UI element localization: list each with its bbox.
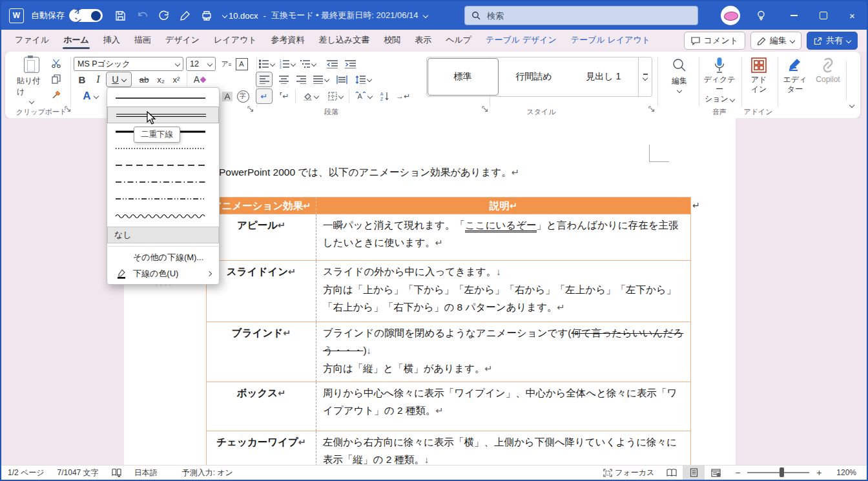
- share-button[interactable]: 共有: [807, 32, 858, 50]
- menu-resize-grip[interactable]: [107, 281, 219, 286]
- style-no-spacing[interactable]: 行間詰め: [499, 57, 569, 96]
- table-row[interactable]: アピール↵ 一瞬パッと消えて現れます。「ここにいるぞー」と言わんばかりに存在を主…: [207, 214, 690, 260]
- font-name-combo[interactable]: MS Pゴシック: [74, 57, 183, 71]
- zoom-slider-thumb[interactable]: [780, 467, 784, 477]
- underline-option-double[interactable]: [107, 107, 219, 123]
- editing-mode-button[interactable]: 編集: [750, 32, 801, 50]
- comments-button[interactable]: コメント: [684, 32, 745, 50]
- addins-button[interactable]: アド イン: [744, 56, 774, 94]
- avatar[interactable]: [721, 6, 740, 25]
- editing-menu-button[interactable]: 編集: [663, 56, 696, 92]
- multilevel-list-button[interactable]: [300, 57, 316, 70]
- table-row[interactable]: スライドイン↵ スライドの外から中に入ってきます。↓方向は「上から」「下から」「…: [207, 260, 690, 322]
- print-preview-icon[interactable]: [201, 10, 212, 21]
- justify-button[interactable]: [311, 72, 331, 87]
- zoom-out-icon[interactable]: −: [733, 467, 742, 478]
- close-button[interactable]: ×: [838, 1, 867, 30]
- tab-insert[interactable]: 挿入: [96, 30, 127, 51]
- underline-option-dashed[interactable]: [107, 157, 219, 174]
- clear-formatting-button[interactable]: A: [191, 72, 208, 87]
- align-left-button[interactable]: [256, 72, 273, 87]
- proofing-status[interactable]: [105, 466, 128, 480]
- autosave-control[interactable]: 自動保存 オン: [31, 1, 103, 30]
- paste-button[interactable]: 貼り付け: [17, 56, 46, 103]
- tab-home[interactable]: ホーム: [56, 30, 96, 51]
- text-effects-button[interactable]: A: [78, 88, 103, 104]
- language-status[interactable]: 日本語: [128, 466, 164, 480]
- kumihan-button[interactable]: ⸢↵: [276, 88, 292, 104]
- strikethrough-button[interactable]: ab: [136, 72, 152, 87]
- save-icon[interactable]: [115, 10, 126, 21]
- sort-button[interactable]: AZ: [377, 88, 393, 104]
- line-spacing-button[interactable]: [353, 72, 373, 87]
- minimize-button[interactable]: [780, 1, 809, 30]
- tab-file[interactable]: ファイル: [8, 30, 56, 51]
- qat-more-icon[interactable]: [222, 13, 227, 18]
- zoom-level[interactable]: 120%: [830, 466, 867, 480]
- decrease-indent-button[interactable]: [324, 57, 340, 70]
- enclose-characters-button[interactable]: 字: [236, 89, 250, 103]
- word-app-icon[interactable]: W: [9, 1, 24, 30]
- borders-button[interactable]: [324, 88, 346, 104]
- redo-icon[interactable]: [158, 10, 169, 21]
- underline-option-none[interactable]: なし: [107, 227, 219, 243]
- web-layout-button[interactable]: [705, 466, 727, 480]
- header-effect[interactable]: アニメーション効果↵: [207, 198, 316, 214]
- tab-table-layout[interactable]: テーブル レイアウト: [564, 30, 657, 51]
- increase-indent-button[interactable]: [342, 57, 358, 70]
- cut-button[interactable]: [49, 57, 63, 70]
- intro-paragraph[interactable]: PowerPoint 2000 では、以下のアニメーション効果があります。↵: [219, 163, 519, 181]
- focus-mode-button[interactable]: フォーカス: [597, 466, 661, 480]
- character-shading-button[interactable]: A: [220, 89, 234, 103]
- distribute-button[interactable]: [333, 72, 350, 87]
- font-dialog-launcher[interactable]: [247, 106, 254, 112]
- bold-button[interactable]: B: [75, 72, 89, 87]
- search-box[interactable]: [464, 6, 698, 25]
- animation-effects-table[interactable]: アニメーション効果↵ 説明↵ アピール↵ 一瞬パッと消えて現れます。「ここにいる…: [206, 197, 691, 466]
- tab-view[interactable]: 表示: [408, 30, 439, 51]
- styles-more-button[interactable]: [638, 57, 652, 96]
- table-header-row[interactable]: アニメーション効果↵ 説明↵: [207, 198, 690, 214]
- table-row[interactable]: ブラインド↵ ブラインドの隙間を閉めるようなアニメーションです(何て言ったらいい…: [207, 322, 690, 382]
- underline-button[interactable]: U: [106, 72, 132, 87]
- zoom-in-icon[interactable]: +: [814, 467, 823, 478]
- paragraph-dialog-launcher[interactable]: [482, 106, 488, 112]
- copy-button[interactable]: [49, 72, 63, 85]
- character-border-button[interactable]: A: [235, 57, 248, 70]
- tab-draw[interactable]: 描画: [127, 30, 158, 51]
- align-center-button[interactable]: [276, 72, 291, 87]
- italic-button[interactable]: I: [92, 72, 105, 87]
- tab-design[interactable]: デザイン: [158, 30, 207, 51]
- autosave-toggle[interactable]: オン: [69, 9, 103, 22]
- underline-color-item[interactable]: 下線の色(U): [107, 265, 219, 281]
- tab-mailings[interactable]: 差し込み文書: [312, 30, 377, 51]
- phonetic-guide-button[interactable]: ア≡: [219, 57, 233, 71]
- bullets-button[interactable]: [258, 57, 275, 70]
- subscript-button[interactable]: x₂: [154, 72, 168, 87]
- style-normal[interactable]: 標準: [428, 58, 499, 96]
- tab-references[interactable]: 参考資料: [264, 30, 312, 51]
- document-title[interactable]: 10.docx - 互換モード • 最終更新日時: 2021/06/14: [229, 1, 428, 30]
- tab-layout[interactable]: レイアウト: [207, 30, 264, 51]
- format-painter-button[interactable]: [49, 88, 63, 101]
- header-description[interactable]: 説明↵: [316, 198, 690, 214]
- paragraph-mark-button[interactable]: →↵: [395, 88, 411, 104]
- tab-table-design[interactable]: テーブル デザイン: [479, 30, 564, 51]
- zoom-slider[interactable]: [747, 472, 809, 473]
- underline-option-wave[interactable]: [107, 207, 219, 224]
- more-underlines-item[interactable]: その他の下線(M)...: [107, 249, 219, 265]
- superscript-button[interactable]: x²: [169, 72, 183, 87]
- read-mode-button[interactable]: [661, 466, 683, 480]
- pen-mode-icon[interactable]: [180, 10, 191, 21]
- page-count[interactable]: 1/2 ページ: [1, 466, 51, 480]
- underline-option-dash-dot-dot[interactable]: [107, 190, 219, 207]
- asian-layout-button[interactable]: A: [353, 88, 375, 104]
- shading-button[interactable]: [300, 88, 322, 104]
- lightbulb-icon[interactable]: [749, 1, 772, 30]
- style-heading1[interactable]: 見出し 1: [568, 57, 638, 96]
- underline-option-dash-dot[interactable]: [107, 174, 219, 190]
- table-row[interactable]: ボックス↵ 周りから中心へ徐々に表示「ワイプイン」、中心から全体へと徐々に表示「…: [207, 382, 690, 431]
- collapse-ribbon-icon[interactable]: [849, 103, 854, 108]
- search-input[interactable]: [486, 10, 669, 21]
- underline-option-single[interactable]: [107, 90, 219, 107]
